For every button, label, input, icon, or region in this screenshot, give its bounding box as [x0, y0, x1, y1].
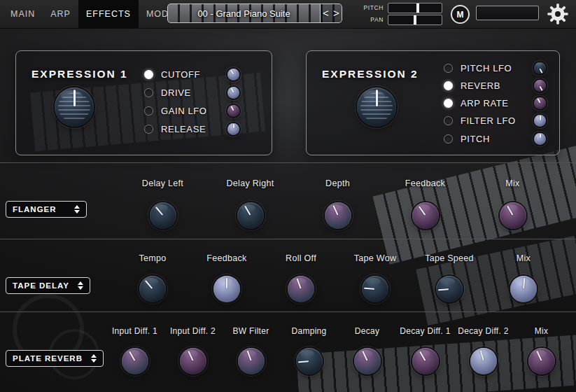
updown-arrows-icon — [78, 281, 83, 290]
radio-indicator[interactable] — [144, 106, 153, 115]
knob-cell: Delay Right — [206, 178, 294, 229]
fx-knob-flanger-depth[interactable] — [325, 202, 351, 229]
fx-knob-plate-reverb-decay-diff-2[interactable] — [470, 348, 497, 374]
arrow-up-icon — [91, 354, 97, 358]
effect-type-dropdown-tape-delay[interactable]: TAPE DELAY — [6, 277, 90, 294]
tab-effects[interactable]: EFFECTS — [78, 0, 139, 28]
expression1-mini-knob-drive[interactable] — [227, 87, 239, 99]
fx-knob-flanger-delay-right[interactable] — [237, 202, 264, 229]
pitch-slider-handle[interactable] — [416, 4, 419, 13]
expression2-mini-knob-reverb[interactable] — [534, 80, 546, 92]
expression1-mini-knob-release[interactable] — [227, 123, 239, 135]
knob-pointer-line — [332, 205, 338, 216]
fx-knob-tape-delay-tape-wow[interactable] — [362, 276, 388, 302]
knob-label: Mix — [505, 178, 519, 188]
fx-knob-plate-reverb-decay[interactable] — [354, 348, 381, 374]
knob-pointer — [357, 88, 396, 127]
effect-type-dropdown-plate-reverb[interactable]: PLATE REVERB — [6, 350, 104, 367]
knob-cell: Tape Speed — [412, 253, 486, 302]
fx-knob-flanger-mix[interactable] — [500, 202, 526, 229]
fx-knob-plate-reverb-decay-diff-1[interactable] — [412, 348, 439, 374]
radio-indicator[interactable] — [444, 134, 453, 144]
expression1-option-cutoff[interactable]: CUTOFF — [144, 68, 239, 80]
radio-indicator[interactable] — [144, 70, 153, 79]
knob-pointer — [175, 344, 210, 379]
knob-pointer-line — [536, 351, 542, 361]
expression2-option-pitch[interactable]: PITCH — [444, 132, 546, 145]
fx-knob-flanger-delay-left[interactable] — [150, 202, 176, 229]
fx-knob-tape-delay-feedback[interactable] — [213, 276, 240, 302]
expression1-mini-knob-cutoff[interactable] — [227, 69, 239, 80]
updown-arrows-icon — [91, 354, 97, 363]
fx-knob-plate-reverb-mix[interactable] — [528, 348, 555, 374]
radio-indicator[interactable] — [444, 64, 453, 73]
knob-label: Decay — [355, 326, 380, 336]
knob-pointer-line — [479, 350, 484, 360]
expression2-mini-knob-arp-rate[interactable] — [534, 97, 546, 109]
radio-indicator[interactable] — [444, 116, 453, 125]
mono-button[interactable]: M — [451, 5, 470, 24]
knob-pointer-line — [540, 134, 541, 139]
expression2-option-reverb[interactable]: REVERB — [444, 79, 546, 92]
knob-pointer-line — [244, 205, 250, 215]
preset-nav: < > — [320, 4, 342, 22]
expression2-options: PITCH LFOREVERBARP RATEFILTER LFOPITCH — [444, 62, 546, 145]
expression1-macro-knob[interactable] — [55, 88, 94, 127]
expression1-title: EXPRESSION 1 — [31, 68, 128, 80]
expression2-macro-knob-slot — [357, 88, 396, 127]
knob-pointer — [349, 344, 384, 379]
radio-indicator[interactable] — [444, 81, 453, 90]
knob-cell: Input Diff. 2 — [164, 326, 222, 374]
effect-type-label: FLANGER — [13, 205, 57, 214]
knob-cell: Depth — [294, 178, 381, 229]
knob-pointer-line — [73, 90, 76, 106]
knob-pointer-line — [540, 68, 543, 73]
effect-type-dropdown-flanger[interactable]: FLANGER — [6, 201, 87, 218]
radio-indicator[interactable] — [444, 99, 453, 108]
knob-label: Feedback — [405, 178, 445, 188]
expression2-mini-knob-filter-lfo[interactable] — [534, 115, 546, 127]
knob-pointer-line — [145, 280, 153, 289]
settings-gear-icon[interactable] — [547, 3, 569, 25]
expression2-option-filter-lfo[interactable]: FILTER LFO — [444, 115, 546, 127]
preset-next-button[interactable]: > — [331, 4, 342, 22]
preset-selector[interactable]: 00 - Grand Piano Suite < > — [167, 4, 342, 23]
fx-knob-tape-delay-tape-speed[interactable] — [436, 276, 463, 302]
fx-knob-flanger-feedback[interactable] — [412, 202, 439, 229]
knob-pointer-line — [230, 69, 234, 74]
fx-knob-tape-delay-mix[interactable] — [510, 276, 537, 302]
pan-slider[interactable] — [388, 15, 442, 25]
pitch-slider[interactable] — [388, 3, 442, 13]
knob-label: Input Diff. 1 — [112, 326, 157, 336]
expression2-option-pitch-lfo[interactable]: PITCH LFO — [444, 62, 546, 74]
expression2-mini-knob-pitch[interactable] — [534, 133, 546, 145]
tab-arp[interactable]: ARP — [43, 0, 78, 28]
expression1-option-gain-lfo[interactable]: GAIN LFO — [144, 104, 239, 117]
fx-knob-plate-reverb-damping[interactable] — [296, 348, 323, 374]
expression1-option-release[interactable]: RELEASE — [144, 122, 239, 135]
knob-pointer-line — [364, 288, 374, 290]
fx-knob-plate-reverb-input-diff-1[interactable] — [122, 348, 148, 374]
fx-knob-tape-delay-roll-off[interactable] — [288, 276, 314, 302]
expression2-macro-knob[interactable] — [357, 88, 396, 127]
expression2-option-arp-rate[interactable]: ARP RATE — [444, 97, 546, 110]
radio-indicator[interactable] — [144, 88, 153, 97]
pan-slider-handle[interactable] — [414, 15, 416, 24]
pitch-pan-group: PITCH PAN — [360, 3, 442, 24]
knob-pointer-line — [362, 351, 367, 361]
expression1-option-drive[interactable]: DRIVE — [144, 86, 239, 99]
fx-knob-plate-reverb-bw-filter[interactable] — [238, 348, 265, 374]
expression1-mini-knob-gain-lfo[interactable] — [227, 105, 239, 117]
knob-pointer — [532, 78, 548, 94]
expression2-mini-knob-pitch-lfo[interactable] — [534, 62, 546, 74]
fx-knob-plate-reverb-input-diff-2[interactable] — [180, 348, 206, 374]
preset-prev-button[interactable]: < — [321, 4, 331, 22]
knob-pointer-line — [540, 115, 541, 120]
knob-label: BW Filter — [232, 326, 269, 336]
arrow-down-icon — [91, 359, 97, 363]
tab-main[interactable]: MAIN — [3, 0, 43, 28]
arrow-up-icon — [74, 205, 80, 209]
fx-knob-tape-delay-tempo[interactable] — [139, 276, 166, 302]
volume-bar[interactable] — [476, 6, 539, 20]
radio-indicator[interactable] — [144, 125, 153, 134]
